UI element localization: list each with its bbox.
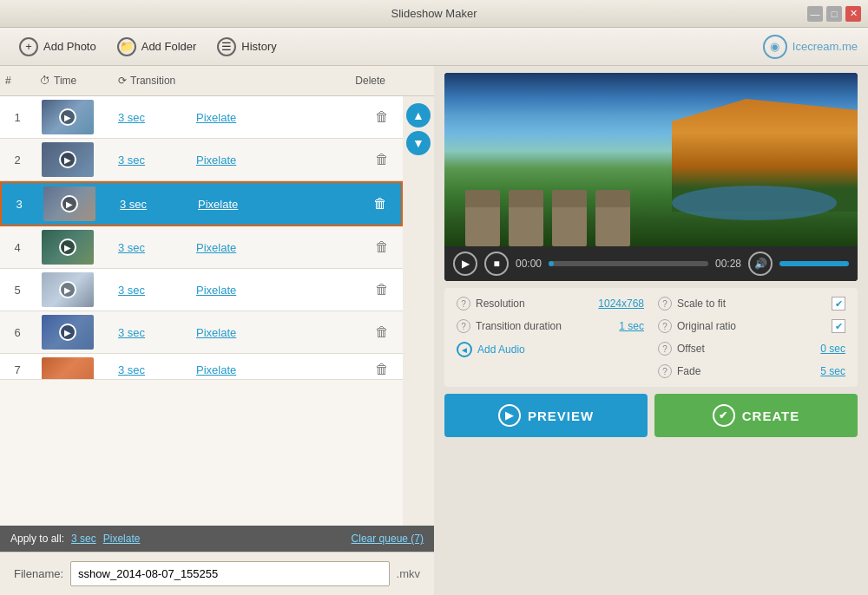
add-photo-button[interactable]: + Add Photo [10, 32, 105, 62]
scale-to-fit-checkbox[interactable]: ✔ [832, 297, 845, 311]
create-button[interactable]: ✔ CREATE [654, 394, 858, 437]
icecream-icon: ◉ [763, 35, 787, 59]
row-transition[interactable]: Pixelate [191, 323, 321, 343]
row-time[interactable]: 3 sec [113, 323, 191, 343]
apply-time[interactable]: 3 sec [71, 533, 96, 545]
transition-link[interactable]: Pixelate [196, 111, 236, 124]
table-row[interactable]: 1 ▶ 3 sec Pixelate 🗑 [0, 96, 403, 139]
time-link[interactable]: 3 sec [118, 284, 145, 297]
row-time[interactable]: 3 sec [113, 150, 191, 170]
fade-value[interactable]: 5 sec [820, 365, 845, 377]
offset-label: Offset [677, 343, 705, 355]
transition-help-icon[interactable]: ? [457, 319, 470, 333]
transition-link[interactable]: Pixelate [196, 284, 236, 297]
scale-to-fit-row: ? Scale to fit ✔ [658, 297, 845, 311]
scale-help-icon[interactable]: ? [658, 297, 672, 311]
offset-value[interactable]: 0 sec [820, 343, 845, 355]
transition-link[interactable]: Pixelate [196, 363, 236, 376]
history-label: History [241, 40, 276, 53]
row-transition[interactable]: Pixelate [191, 280, 321, 300]
row-transition[interactable]: Pixelate [191, 360, 321, 380]
apply-bar: Apply to all: 3 sec Pixelate Clear queue… [0, 526, 434, 552]
row-transition[interactable]: Pixelate [191, 150, 321, 170]
table-header: # ⏱ Time ⟳ Transition Delete [0, 66, 434, 96]
add-audio-label: Add Audio [477, 343, 525, 356]
row-number: 6 [0, 323, 35, 343]
time-link[interactable]: 3 sec [118, 111, 145, 124]
table-row[interactable]: 7 3 sec Pixelate 🗑 [0, 354, 403, 380]
icecream-link[interactable]: ◉ Icecream.me [763, 35, 858, 59]
play-icon: ▶ [59, 151, 76, 168]
add-folder-button[interactable]: 📁 Add Folder [108, 32, 206, 62]
delete-button[interactable]: 🗑 [321, 282, 403, 298]
scroll-down-button[interactable]: ▼ [406, 131, 431, 155]
row-time[interactable]: 3 sec [113, 108, 191, 128]
play-icon: ▶ [61, 195, 78, 212]
row-time[interactable]: 3 sec [113, 280, 191, 300]
minimize-button[interactable]: — [807, 6, 823, 22]
video-volume-button[interactable]: 🔊 [748, 252, 773, 276]
close-button[interactable]: ✕ [845, 6, 861, 22]
offset-help-icon[interactable]: ? [658, 342, 672, 356]
table-row[interactable]: 5 ▶ 3 sec Pixelate 🗑 [0, 269, 403, 311]
thumbnail: ▶ [42, 315, 94, 350]
table-row[interactable]: 2 ▶ 3 sec Pixelate 🗑 [0, 139, 403, 181]
transition-duration-value[interactable]: 1 sec [619, 320, 644, 332]
chair-4 [595, 203, 630, 246]
left-panel: # ⏱ Time ⟳ Transition Delete [0, 66, 434, 595]
delete-button[interactable]: 🗑 [321, 239, 403, 255]
delete-button[interactable]: 🗑 [321, 324, 403, 340]
add-photo-icon: + [19, 37, 38, 56]
transition-link[interactable]: Pixelate [196, 241, 236, 254]
delete-button[interactable]: 🗑 [321, 109, 403, 125]
title-bar: Slideshow Maker — □ ✕ [0, 0, 868, 28]
delete-button[interactable]: 🗑 [321, 362, 403, 377]
original-ratio-checkbox[interactable]: ✔ [832, 319, 845, 333]
table-row[interactable]: 4 ▶ 3 sec Pixelate 🗑 [0, 226, 403, 269]
row-time[interactable]: 3 sec [113, 360, 191, 380]
video-progress-bar[interactable] [549, 261, 708, 266]
maximize-button[interactable]: □ [826, 6, 842, 22]
time-link[interactable]: 3 sec [118, 241, 145, 254]
thumbnail: ▶ [43, 186, 95, 221]
offset-row: ? Offset 0 sec [658, 342, 845, 356]
fade-label: Fade [677, 365, 700, 377]
table-row[interactable]: 3 ▶ 3 sec Pixelate 🗑 [0, 181, 403, 226]
delete-button[interactable]: 🗑 [323, 196, 401, 212]
original-ratio-label: Original ratio [677, 320, 736, 332]
video-play-button[interactable]: ▶ [453, 252, 477, 276]
resolution-help-icon[interactable]: ? [457, 297, 470, 311]
time-link[interactable]: 3 sec [118, 363, 145, 376]
resolution-row: ? Resolution 1024x768 [457, 297, 644, 311]
transition-link[interactable]: Pixelate [198, 198, 238, 211]
transition-link[interactable]: Pixelate [196, 326, 236, 339]
row-time[interactable]: 3 sec [115, 194, 193, 214]
toolbar: + Add Photo 📁 Add Folder ☰ History ◉ Ice… [0, 28, 868, 66]
scene-background [444, 73, 858, 246]
scroll-up-button[interactable]: ▲ [406, 103, 431, 128]
time-link[interactable]: 3 sec [118, 326, 145, 339]
add-photo-label: Add Photo [43, 40, 96, 53]
row-transition[interactable]: Pixelate [193, 194, 323, 214]
video-volume-bar[interactable] [779, 261, 849, 266]
apply-transition[interactable]: Pixelate [103, 533, 141, 545]
add-audio-button[interactable]: ◄ Add Audio [457, 342, 525, 357]
transition-link[interactable]: Pixelate [196, 154, 236, 167]
filename-input[interactable] [70, 561, 389, 586]
row-transition[interactable]: Pixelate [191, 238, 321, 258]
row-transition[interactable]: Pixelate [191, 108, 321, 128]
delete-button[interactable]: 🗑 [321, 152, 403, 167]
create-icon: ✔ [713, 404, 735, 427]
original-ratio-help-icon[interactable]: ? [658, 319, 672, 333]
video-stop-button[interactable]: ■ [484, 252, 509, 276]
time-link[interactable]: 3 sec [120, 198, 147, 211]
resolution-label: Resolution [476, 298, 525, 310]
row-time[interactable]: 3 sec [113, 238, 191, 258]
history-button[interactable]: ☰ History [208, 32, 285, 62]
resolution-value[interactable]: 1024x768 [598, 298, 644, 310]
clear-queue-button[interactable]: Clear queue (7) [352, 533, 424, 545]
preview-button[interactable]: ▶ PREVIEW [444, 394, 648, 437]
fade-help-icon[interactable]: ? [658, 364, 672, 378]
time-link[interactable]: 3 sec [118, 154, 145, 167]
table-row[interactable]: 6 ▶ 3 sec Pixelate 🗑 [0, 311, 403, 354]
